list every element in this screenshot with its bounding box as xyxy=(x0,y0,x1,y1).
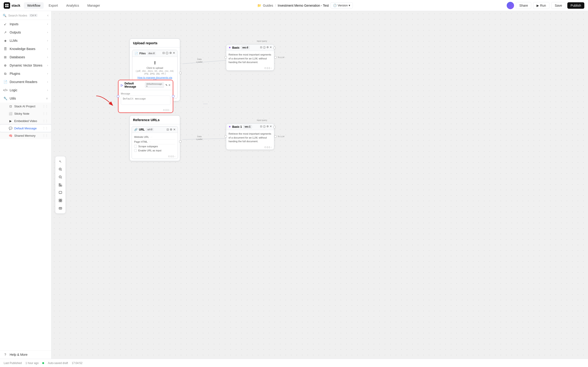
dm-left-connector[interactable] xyxy=(117,95,119,98)
sidebar-item-document-readers[interactable]: 📄 Document Readers › xyxy=(0,78,51,86)
save-button[interactable]: Save xyxy=(551,2,565,9)
sidebar-sub-default-message[interactable]: 💬 Default Message ⋮⋮ xyxy=(0,125,51,132)
basic1-badge: vec-1 xyxy=(243,125,252,128)
select-tool[interactable]: ↖ xyxy=(57,158,64,165)
message-body: Message xyxy=(119,90,173,108)
workflow-canvas[interactable]: Upload reports 📄 Files doc-0 ⊡ ⓘ ⚙ ✕ ⬆ C… xyxy=(52,11,588,359)
basic1-info-icon[interactable]: ⓘ xyxy=(263,125,266,128)
dm-right-connector[interactable] xyxy=(172,95,174,98)
scrape-checkbox[interactable] xyxy=(134,145,137,148)
url-dots: ··· xyxy=(149,140,151,143)
help-more-button[interactable]: ? Help & More xyxy=(0,350,51,359)
sidebar-item-label: Inputs xyxy=(10,22,18,26)
url-copy-icon[interactable]: ⊡ xyxy=(166,128,169,131)
drag-handle[interactable]: ⋮⋮ xyxy=(43,105,48,108)
grid-tool[interactable] xyxy=(57,197,64,204)
databases-icon: ⊞ xyxy=(3,55,7,59)
basic1-icons: ⊡ ⓘ ⚙ ✕ xyxy=(260,125,272,128)
default-message-badge: defaultmessage-0 xyxy=(145,82,164,88)
section-icons: ⊡ ⓘ ⚙ ✕ xyxy=(162,51,175,55)
dm-edit-icon[interactable]: ✎ xyxy=(165,84,167,87)
basic-copy-icon[interactable]: ⊡ xyxy=(260,46,262,49)
svg-rect-2 xyxy=(5,6,7,7)
comment-tool[interactable] xyxy=(57,189,64,196)
sidebar-item-inputs[interactable]: ↙ Inputs › xyxy=(0,20,51,28)
sidebar-item-label: Logic xyxy=(10,88,17,92)
url-settings-icon[interactable]: ⚙ xyxy=(170,128,172,131)
reference-urls-title: Reference URLs xyxy=(130,116,180,124)
input-connector-1[interactable] xyxy=(273,47,276,49)
sidebar-item-knowledge-bases[interactable]: 🗄 Knowledge Bases › xyxy=(0,45,51,53)
basic1-right-connector[interactable] xyxy=(274,135,277,138)
info-icon[interactable]: ⓘ xyxy=(166,51,168,55)
basic-footer: © 0 0 ↑ xyxy=(226,66,274,70)
zoom-in-tool[interactable] xyxy=(57,166,64,173)
sidebar-item-utils[interactable]: 🔧 Utils ∨ xyxy=(0,94,51,102)
enable-url-label: Enable URL as input xyxy=(138,149,162,152)
url-output-connector[interactable] xyxy=(179,140,182,143)
basic-left-connector[interactable] xyxy=(225,56,227,58)
close-icon[interactable]: ✕ xyxy=(173,51,175,55)
knowledge-bases-icon: 🗄 xyxy=(3,47,7,51)
zoom-out-tool[interactable] xyxy=(57,173,64,181)
drag-handle[interactable]: ⋮⋮ xyxy=(43,134,48,137)
last-published-time: 1 hour ago xyxy=(26,361,39,365)
nav-tab-export[interactable]: Export xyxy=(45,2,61,9)
sidebar-sub-shared-memory[interactable]: 🧠 Shared Memory ⋮⋮ xyxy=(0,132,51,139)
publish-button[interactable]: Publish xyxy=(567,2,584,9)
sparkle-icon-1: ✦ xyxy=(229,125,231,128)
click-to-upload[interactable]: Click to upload xyxy=(136,67,174,69)
stack-ai-project-icon: ⊡ xyxy=(9,104,12,108)
basic-right-connector[interactable] xyxy=(274,56,277,58)
llms-icon: ◈ xyxy=(3,39,7,43)
sidebar-sub-stack-ai-project[interactable]: ⊡ Stack AI Project ⋮⋮ xyxy=(0,102,51,110)
sidebar-sub-label: Shared Memory xyxy=(14,134,35,137)
version-button[interactable]: 🕐 Version ▾ xyxy=(330,2,353,8)
url-close-icon[interactable]: ✕ xyxy=(173,128,175,131)
fit-tool[interactable] xyxy=(57,181,64,189)
sidebar-item-label: Dynamic Vector Stores xyxy=(10,64,42,67)
collapse-sidebar-button[interactable]: ‹ xyxy=(47,13,48,17)
sidebar-item-plugins[interactable]: ⧉ Plugins › xyxy=(0,69,51,78)
logic-icon: </> xyxy=(3,88,7,92)
basic1-settings-icon[interactable]: ⚙ xyxy=(267,125,269,128)
avatar[interactable] xyxy=(507,2,514,9)
sidebar-item-databases[interactable]: ⊞ Databases › xyxy=(0,53,51,61)
basic1-header: ✦ Basic 1 vec-1 ⊡ ⓘ ⚙ ✕ xyxy=(226,124,274,130)
dm-footer: © 0 0 ↑ xyxy=(119,108,173,112)
basic-settings-icon[interactable]: ⚙ xyxy=(267,46,269,49)
settings-icon[interactable]: ⚙ xyxy=(169,51,172,55)
basic1-close-icon[interactable]: ✕ xyxy=(270,125,272,128)
message-input[interactable] xyxy=(121,96,170,105)
breadcrumb-folder[interactable]: Guides xyxy=(263,4,273,7)
sidebar-sub-sticky-note[interactable]: ⬜ Sticky Note ⋮⋮ xyxy=(0,110,51,117)
dm-close-icon[interactable]: ✕ xyxy=(168,84,170,87)
sidebar-item-llms[interactable]: ◈ LLMs › xyxy=(0,36,51,45)
sticky-note-icon: ⬜ xyxy=(9,112,12,115)
sidebar-sub-embedded-video[interactable]: ▶ Embedded Video ⋮⋮ xyxy=(0,117,51,125)
share-button[interactable]: Share xyxy=(516,2,531,9)
basic-info-icon[interactable]: ⓘ xyxy=(263,46,266,49)
run-button[interactable]: ▶ Run xyxy=(533,2,549,9)
map-tool[interactable] xyxy=(57,205,64,212)
sidebar-sub-label: Default Message xyxy=(14,127,37,130)
nav-tab-workflow[interactable]: Workflow xyxy=(24,2,43,9)
basic-close-icon[interactable]: ✕ xyxy=(270,46,272,49)
sidebar-item-dynamic-vector-stores[interactable]: ⊕ Dynamic Vector Stores › xyxy=(0,61,51,69)
drag-handle[interactable]: ⋮⋮ xyxy=(43,112,48,115)
nav-tab-analytics[interactable]: Analytics xyxy=(63,2,82,9)
drag-handle[interactable]: ⋮⋮ xyxy=(43,119,48,123)
nav-tab-manager[interactable]: Manager xyxy=(84,2,103,9)
autosaved-label: Auto-saved draft xyxy=(48,361,68,365)
input-connector-2[interactable] xyxy=(273,126,276,128)
help-icon: ? xyxy=(3,352,7,357)
sidebar-item-outputs[interactable]: ↗ Outputs › xyxy=(0,28,51,36)
inputs-icon: ↙ xyxy=(3,22,7,26)
output-connector[interactable] xyxy=(179,72,182,74)
copy-icon[interactable]: ⊡ xyxy=(162,51,165,55)
drag-handle[interactable]: ⋮⋮ xyxy=(43,127,48,130)
basic1-copy-icon[interactable]: ⊡ xyxy=(260,125,262,128)
enable-url-checkbox[interactable] xyxy=(134,149,137,152)
basic1-left-connector[interactable] xyxy=(225,135,227,138)
sidebar-item-logic[interactable]: </> Logic › xyxy=(0,86,51,94)
